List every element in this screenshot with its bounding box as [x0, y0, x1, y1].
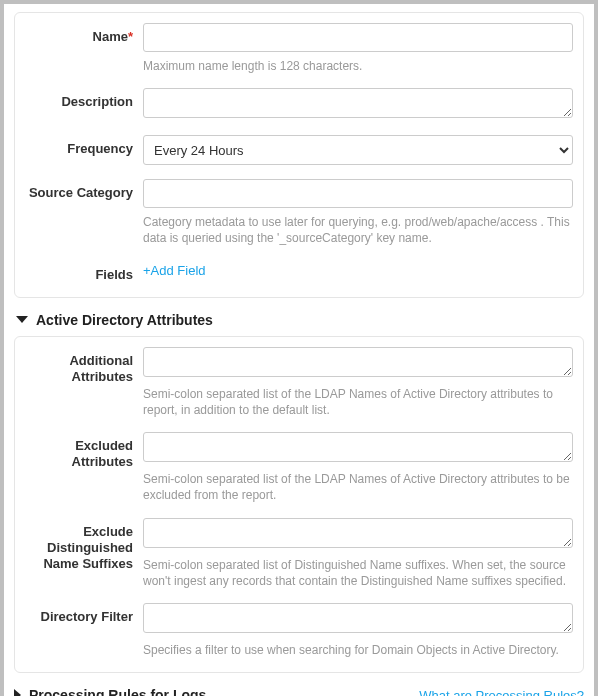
frequency-row: Frequency Every 24 Hours: [25, 135, 573, 165]
processing-rules-title: Processing Rules for Logs: [29, 687, 206, 696]
name-row: Name* Maximum name length is 128 charact…: [25, 23, 573, 74]
excluded-attributes-helper: Semi-colon separated list of the LDAP Na…: [143, 471, 573, 503]
excluded-attributes-input[interactable]: [143, 432, 573, 462]
directory-filter-label: Directory Filter: [25, 603, 143, 625]
name-helper: Maximum name length is 128 characters.: [143, 58, 573, 74]
directory-filter-helper: Specifies a filter to use when searching…: [143, 642, 573, 658]
name-label: Name*: [25, 23, 143, 45]
processing-rules-help-link[interactable]: What are Processing Rules?: [419, 688, 584, 696]
name-label-text: Name: [93, 29, 128, 44]
description-label: Description: [25, 88, 143, 110]
exclude-dn-suffixes-helper: Semi-colon separated list of Distinguish…: [143, 557, 573, 589]
ad-attributes-panel: Additional Attributes Semi-colon separat…: [14, 336, 584, 673]
excluded-attributes-label: Excluded Attributes: [25, 432, 143, 471]
source-category-input[interactable]: [143, 179, 573, 208]
frequency-select[interactable]: Every 24 Hours: [143, 135, 573, 165]
description-row: Description: [25, 88, 573, 121]
source-category-label: Source Category: [25, 179, 143, 201]
ad-attributes-header[interactable]: Active Directory Attributes: [16, 312, 584, 328]
name-input[interactable]: [143, 23, 573, 52]
caret-down-icon: [16, 316, 28, 323]
processing-rules-header[interactable]: Processing Rules for Logs: [14, 687, 206, 696]
description-input[interactable]: [143, 88, 573, 118]
form-page: Name* Maximum name length is 128 charact…: [4, 4, 594, 696]
additional-attributes-input[interactable]: [143, 347, 573, 377]
processing-rules-row: Processing Rules for Logs What are Proce…: [14, 687, 584, 696]
fields-label: Fields: [25, 261, 143, 283]
additional-attributes-row: Additional Attributes Semi-colon separat…: [25, 347, 573, 418]
required-asterisk: *: [128, 29, 133, 44]
main-settings-panel: Name* Maximum name length is 128 charact…: [14, 12, 584, 298]
add-field-link[interactable]: +Add Field: [143, 261, 206, 278]
exclude-dn-suffixes-input[interactable]: [143, 518, 573, 548]
ad-attributes-title: Active Directory Attributes: [36, 312, 213, 328]
frequency-label: Frequency: [25, 135, 143, 157]
exclude-dn-suffixes-label: Exclude Distinguished Name Suffixes: [25, 518, 143, 573]
additional-attributes-label: Additional Attributes: [25, 347, 143, 386]
source-category-helper: Category metadata to use later for query…: [143, 214, 573, 246]
caret-right-icon: [14, 689, 21, 696]
additional-attributes-helper: Semi-colon separated list of the LDAP Na…: [143, 386, 573, 418]
fields-row: Fields +Add Field: [25, 261, 573, 283]
exclude-dn-suffixes-row: Exclude Distinguished Name Suffixes Semi…: [25, 518, 573, 589]
directory-filter-row: Directory Filter Specifies a filter to u…: [25, 603, 573, 658]
source-category-row: Source Category Category metadata to use…: [25, 179, 573, 246]
directory-filter-input[interactable]: [143, 603, 573, 633]
excluded-attributes-row: Excluded Attributes Semi-colon separated…: [25, 432, 573, 503]
